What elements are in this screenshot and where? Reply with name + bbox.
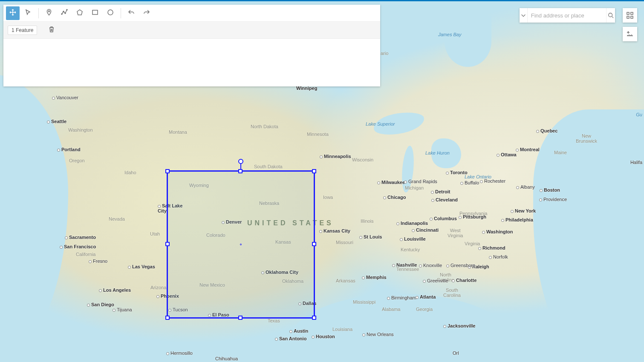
city-charlotte: Charlotte: [452, 278, 477, 283]
city-columbus: Columbus: [430, 216, 457, 221]
state-kentucky: Kentucky: [401, 247, 420, 252]
resize-handle-n[interactable]: [238, 169, 243, 173]
city-austin: Austin: [289, 328, 308, 333]
select-tool-button[interactable]: [21, 6, 35, 20]
city-sacramento: Sacramento: [65, 235, 96, 240]
resize-handle-w[interactable]: [165, 242, 170, 246]
water-label-james-bay: James Bay: [438, 32, 461, 37]
redo-icon: [143, 9, 150, 17]
svg-point-5: [49, 11, 50, 12]
center-anchor: [240, 244, 242, 245]
city-rochester: Rochester: [480, 178, 505, 184]
water-label-lake-huron: Lake Huron: [425, 150, 450, 155]
state-california: California: [76, 252, 95, 257]
state-michigan: Michigan: [405, 185, 424, 190]
state-idaho: Idaho: [124, 170, 136, 175]
pan-tool-button[interactable]: [6, 6, 20, 20]
city-atlanta: Atlanta: [416, 294, 436, 299]
state-alabama: Alabama: [382, 307, 400, 312]
water-label-lake-superior: Lake Superior: [366, 121, 395, 126]
resize-handle-nw[interactable]: [165, 169, 170, 173]
city-orl: Orl: [453, 351, 459, 356]
feature-info-bar: 1 Feature: [3, 22, 380, 39]
point-tool-button[interactable]: [42, 6, 56, 20]
pin-icon: [46, 9, 52, 17]
city-ottawa: Ottawa: [497, 152, 517, 157]
delete-feature-button[interactable]: [46, 24, 58, 36]
sketch-rectangle-feature[interactable]: [167, 170, 315, 319]
circle-tool-button[interactable]: [104, 6, 117, 20]
city-las-vegas: Las Vegas: [128, 264, 155, 269]
city-montreal: Montreal: [516, 147, 540, 152]
svg-rect-3: [627, 16, 629, 18]
svg-rect-10: [92, 10, 98, 14]
undo-button[interactable]: [124, 6, 138, 20]
resize-handle-ne[interactable]: [312, 169, 316, 173]
city-providence: Providence: [539, 197, 567, 202]
basemap-gallery-button[interactable]: [623, 8, 637, 23]
polyline-tool-button[interactable]: [58, 6, 71, 20]
state-north-dakota: North Dakota: [251, 124, 278, 129]
resize-handle-s[interactable]: [238, 316, 243, 320]
city-new-orleans: New Orleans: [362, 332, 394, 337]
rotate-handle[interactable]: [238, 159, 243, 164]
svg-rect-2: [631, 12, 633, 14]
redo-button[interactable]: [140, 6, 153, 20]
city-pittsburgh: Pittsburgh: [459, 214, 486, 219]
search-button[interactable]: [606, 8, 615, 23]
resize-handle-se[interactable]: [312, 316, 316, 320]
circle-icon: [107, 9, 114, 17]
city-seattle: Seattle: [47, 119, 66, 124]
polygon-tool-button[interactable]: [73, 6, 87, 20]
trash-icon: [48, 26, 55, 34]
city-quebec: Quebec: [536, 128, 557, 133]
state-minnesota: Minnesota: [307, 132, 329, 137]
city-cleveland: Cleveland: [431, 197, 458, 202]
state-washington: Washington: [68, 127, 93, 132]
city-toronto: Toronto: [446, 170, 468, 175]
city-indianapolis: Indianapolis: [396, 221, 428, 226]
city-jacksonville: Jacksonville: [443, 323, 475, 328]
state-louisiana: Louisiana: [332, 327, 352, 332]
city-nashville: Nashville: [392, 262, 417, 267]
city-chihuahua: Chihuahua: [215, 356, 238, 361]
search-widget: [520, 8, 615, 23]
city-grand-rapids: Grand Rapids: [404, 179, 437, 184]
pacific-ocean-shape: [0, 73, 68, 362]
city-san-antonio: San Antonio: [275, 336, 306, 341]
state-texas: Texas: [268, 318, 280, 323]
state-oregon: Oregon: [69, 158, 85, 163]
atlantic-ocean-shape: [533, 109, 644, 362]
rectangle-tool-button[interactable]: [88, 6, 102, 20]
polygon-icon: [76, 9, 83, 17]
city-norfolk: Norfolk: [489, 254, 508, 259]
city-greensboro: Greensboro: [446, 263, 475, 268]
city-new-york: New York: [511, 208, 536, 213]
state-south-dakota: South Dakota: [254, 164, 283, 169]
polyline-icon: [61, 9, 68, 17]
sketch-toolbar: [3, 5, 380, 22]
city-fresno: Fresno: [89, 259, 107, 264]
selected-feature-count: 1 Feature: [8, 26, 37, 35]
city-tijuana: Tijuana: [113, 307, 132, 312]
city-louisville: Louisville: [400, 236, 426, 241]
gulf-shape: [290, 294, 511, 362]
resize-handle-e[interactable]: [312, 242, 316, 246]
undo-icon: [128, 9, 135, 17]
water-label-gulf: Gu: [636, 112, 642, 117]
state-illinois: Illinois: [361, 218, 374, 224]
james-bay-shape: [445, 16, 491, 67]
measure-button[interactable]: [623, 27, 637, 41]
svg-point-0: [609, 13, 612, 17]
state-s-carolina: South Carolina: [443, 287, 461, 298]
city-greenville: Greenville: [423, 278, 448, 283]
search-source-dropdown[interactable]: [520, 8, 528, 23]
city-halifax: Halifa: [630, 160, 642, 165]
map-view[interactable]: UNITED STATES James Bay Lake Superior La…: [0, 1, 644, 362]
resize-handle-sw[interactable]: [165, 316, 170, 320]
city-albany: Albany: [516, 184, 535, 190]
search-input[interactable]: [528, 12, 606, 19]
city-minneapolis: Minneapolis: [320, 154, 351, 159]
state-nevada: Nevada: [109, 216, 125, 221]
city-los-angeles: Los Angeles: [99, 287, 131, 293]
